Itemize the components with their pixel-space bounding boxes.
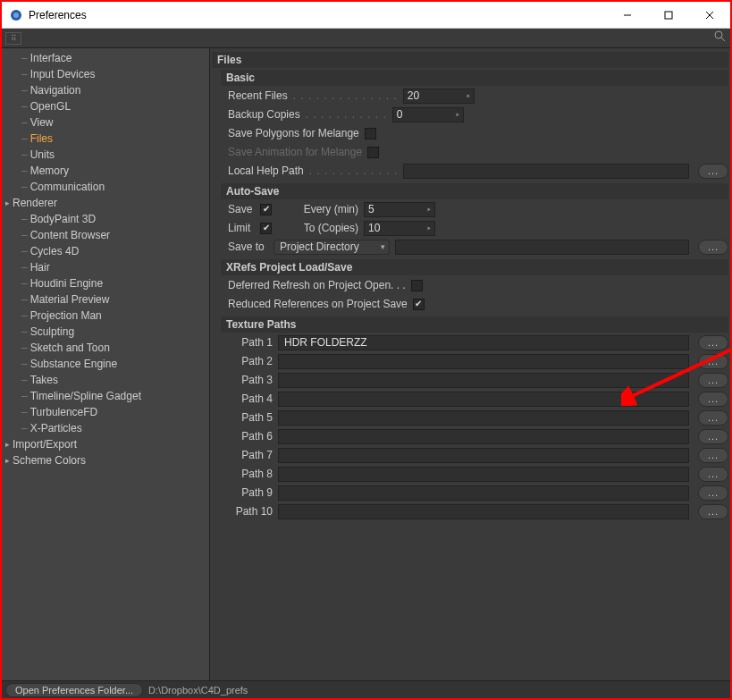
xrefs-reduced-checkbox[interactable] (413, 299, 425, 310)
texture-path-3-browse-button[interactable]: ... (698, 373, 728, 388)
texture-path-1-browse-button[interactable]: ... (698, 335, 728, 350)
save-polygons-label: Save Polygons for Melange (228, 127, 359, 139)
sidebar-item-substance-engine[interactable]: –Substance Engine (2, 356, 209, 372)
texture-path-8-input[interactable] (278, 467, 689, 482)
search-icon[interactable] (714, 30, 727, 46)
texture-path-7-browse-button[interactable]: ... (698, 448, 728, 463)
sidebar-item-sculpting[interactable]: –Sculpting (2, 324, 209, 340)
open-prefs-folder-button[interactable]: Open Preferences Folder... (5, 683, 143, 697)
texture-path-2-browse-button[interactable]: ... (698, 354, 728, 369)
sidebar-item-projection-man[interactable]: –Projection Man (2, 308, 209, 324)
sidebar-item-label: View (30, 116, 54, 129)
texture-path-5-input[interactable] (278, 410, 689, 426)
sidebar-item-label: Scheme Colors (13, 454, 86, 467)
sidebar-item-import-export[interactable]: Import/Export (2, 436, 209, 452)
texture-path-6-browse-button[interactable]: ... (698, 429, 728, 444)
recent-files-input[interactable]: 20 (403, 89, 475, 104)
texture-path-label: Path 6 (228, 430, 273, 443)
sidebar-item-label: Renderer (13, 197, 57, 209)
sidebar-item-memory[interactable]: –Memory (2, 163, 209, 179)
texture-path-label: Path 7 (228, 449, 273, 461)
sidebar-item-label: OpenGL (30, 100, 71, 113)
save-polygons-checkbox[interactable] (365, 128, 376, 139)
sidebar-item-bodypaint-3d[interactable]: –BodyPaint 3D (2, 211, 209, 227)
sidebar-item-content-browser[interactable]: –Content Browser (2, 227, 209, 243)
sidebar-item-label: Units (30, 148, 55, 161)
save-animation-label: Save Animation for Melange (228, 146, 362, 158)
texture-path-4-browse-button[interactable]: ... (698, 392, 728, 407)
sidebar-item-material-preview[interactable]: –Material Preview (2, 291, 209, 308)
texture-path-label: Path 8 (228, 468, 273, 480)
texture-path-label: Path 5 (228, 411, 273, 424)
local-help-input[interactable] (403, 164, 689, 179)
sidebar-item-input-devices[interactable]: –Input Devices (2, 66, 209, 82)
texture-path-5-browse-button[interactable]: ... (698, 410, 728, 426)
autosave-saveto-combo[interactable]: Project Directory (273, 240, 390, 255)
sidebar-item-label: Files (30, 132, 53, 145)
autosave-every-input[interactable]: 5 (364, 202, 435, 217)
subsection-autosave: Auto-Save (221, 183, 728, 199)
autosave-to-input[interactable]: 10 (364, 221, 435, 236)
sidebar-item-label: Communication (30, 181, 105, 193)
texture-path-6-input[interactable] (278, 429, 689, 444)
app-icon (9, 8, 23, 22)
sidebar-item-opengl[interactable]: –OpenGL (2, 98, 209, 114)
texture-path-10-browse-button[interactable]: ... (698, 504, 728, 519)
sidebar-item-hair[interactable]: –Hair (2, 259, 209, 275)
sidebar-item-timeline-spline-gadget[interactable]: –Timeline/Spline Gadget (2, 388, 209, 404)
sidebar-item-label: Content Browser (30, 229, 110, 241)
sidebar-item-turbulencefd[interactable]: –TurbulenceFD (2, 404, 209, 420)
texture-path-label: Path 4 (228, 392, 273, 405)
sidebar-item-sketch-and-toon[interactable]: –Sketch and Toon (2, 340, 209, 356)
subsection-texture-paths: Texture Paths (221, 316, 728, 333)
sidebar-item-interface[interactable]: –Interface (2, 50, 209, 66)
toolbar-handle-icon[interactable]: ⠿ (5, 32, 21, 45)
texture-path-label: Path 2 (228, 355, 273, 367)
svg-line-7 (721, 38, 725, 41)
sidebar-item-scheme-colors[interactable]: Scheme Colors (2, 452, 209, 468)
texture-path-10-input[interactable] (278, 504, 689, 519)
sidebar-item-files[interactable]: –Files (2, 131, 209, 147)
texture-path-7-input[interactable] (278, 448, 689, 463)
texture-path-label: Path 10 (228, 505, 273, 518)
texture-path-9-browse-button[interactable]: ... (698, 485, 728, 501)
prefs-path-text: D:\Dropbox\C4D_prefs (148, 685, 248, 696)
sidebar-item-view[interactable]: –View (2, 114, 209, 131)
sidebar-item-takes[interactable]: –Takes (2, 372, 209, 388)
maximize-button[interactable] (648, 2, 689, 29)
window-title: Preferences (29, 9, 607, 21)
xrefs-deferred-checkbox[interactable] (411, 280, 423, 291)
sidebar-item-units[interactable]: –Units (2, 147, 209, 163)
sidebar-item-x-particles[interactable]: –X-Particles (2, 420, 209, 436)
sidebar-item-renderer[interactable]: Renderer (2, 195, 209, 211)
texture-path-8-browse-button[interactable]: ... (698, 467, 728, 482)
recent-files-label: Recent Files (228, 89, 288, 102)
sidebar-item-cycles-4d[interactable]: –Cycles 4D (2, 243, 209, 259)
texture-path-9-input[interactable] (278, 485, 689, 501)
sidebar-item-navigation[interactable]: –Navigation (2, 82, 209, 98)
texture-path-2-input[interactable] (278, 354, 689, 369)
autosave-limit-label: Limit (228, 222, 255, 234)
texture-path-label: Path 1 (228, 336, 273, 349)
texture-path-4-input[interactable] (278, 392, 689, 407)
texture-path-label: Path 9 (228, 486, 273, 499)
local-help-browse-button[interactable]: ... (698, 164, 728, 179)
sidebar-item-label: Timeline/Spline Gadget (30, 390, 141, 402)
minimize-button[interactable] (607, 2, 648, 29)
sidebar-item-label: Navigation (30, 84, 81, 97)
sidebar-item-label: Houdini Engine (30, 277, 103, 290)
sidebar-item-communication[interactable]: –Communication (2, 179, 209, 195)
backup-copies-input[interactable]: 0 (392, 107, 464, 122)
section-files: Files (212, 52, 728, 68)
sidebar: –Interface–Input Devices–Navigation–Open… (2, 48, 210, 680)
sidebar-item-houdini-engine[interactable]: –Houdini Engine (2, 275, 209, 291)
close-button[interactable] (689, 2, 730, 29)
autosave-limit-checkbox[interactable] (260, 223, 272, 234)
statusbar: Open Preferences Folder... D:\Dropbox\C4… (2, 680, 730, 698)
autosave-saveto-browse-button[interactable]: ... (698, 240, 728, 255)
texture-path-3-input[interactable] (278, 373, 689, 388)
autosave-save-checkbox[interactable] (260, 204, 272, 215)
autosave-saveto-path[interactable] (395, 240, 689, 255)
sidebar-item-label: Hair (30, 261, 50, 274)
texture-path-1-input[interactable]: HDR FOLDERZZ (278, 335, 689, 350)
